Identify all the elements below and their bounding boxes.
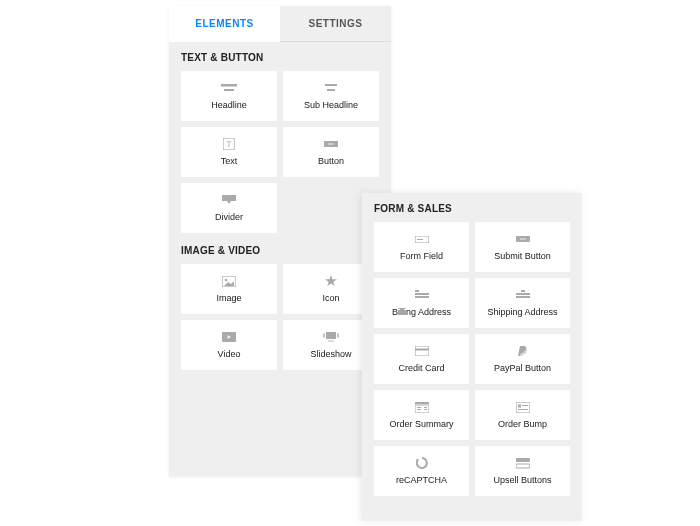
video-icon <box>222 331 236 343</box>
svg-rect-1 <box>224 89 234 91</box>
upsell-icon <box>516 457 530 469</box>
tile-video[interactable]: Video <box>181 320 277 370</box>
billing-address-icon <box>415 289 429 301</box>
order-bump-icon <box>516 401 530 413</box>
svg-rect-28 <box>415 296 429 298</box>
svg-rect-27 <box>415 293 429 295</box>
svg-rect-26 <box>415 290 419 292</box>
text-icon: T <box>223 138 235 150</box>
tile-upsell-buttons[interactable]: Upsell Buttons <box>475 446 570 496</box>
svg-marker-12 <box>224 281 234 286</box>
svg-rect-25 <box>520 239 526 240</box>
form-field-icon <box>415 233 429 245</box>
svg-rect-41 <box>518 404 521 407</box>
shipping-address-icon <box>516 289 530 301</box>
section-form-sales: FORM & SALES Form Field Submit Button Bi… <box>362 193 582 498</box>
tile-label: Billing Address <box>392 307 451 317</box>
svg-point-11 <box>225 278 228 281</box>
section-image-video: IMAGE & VIDEO Image Icon Video <box>169 235 391 372</box>
tabs: ELEMENTS SETTINGS <box>169 6 391 42</box>
section-title: TEXT & BUTTON <box>181 52 379 63</box>
tile-label: Sub Headline <box>304 100 358 110</box>
tile-submit-button[interactable]: Submit Button <box>475 222 570 272</box>
tile-credit-card[interactable]: Credit Card <box>374 334 469 384</box>
svg-rect-43 <box>518 409 528 410</box>
svg-text:T: T <box>227 140 232 149</box>
svg-rect-34 <box>415 402 429 404</box>
tile-form-field[interactable]: Form Field <box>374 222 469 272</box>
svg-rect-3 <box>327 89 335 91</box>
svg-rect-18 <box>337 334 339 338</box>
svg-point-19 <box>328 340 330 342</box>
paypal-icon <box>517 345 529 357</box>
divider-icon <box>222 194 236 206</box>
tile-label: reCAPTCHA <box>396 475 447 485</box>
svg-rect-42 <box>522 405 528 406</box>
tile-sub-headline[interactable]: Sub Headline <box>283 71 379 121</box>
svg-rect-39 <box>424 409 427 410</box>
section-title: FORM & SALES <box>374 203 570 214</box>
tab-settings[interactable]: SETTINGS <box>280 6 391 42</box>
tile-recaptcha[interactable]: reCAPTCHA <box>374 446 469 496</box>
tile-button[interactable]: Button <box>283 127 379 177</box>
tile-label: Divider <box>215 212 243 222</box>
subheadline-icon <box>323 82 339 94</box>
svg-rect-33 <box>415 349 429 351</box>
tile-label: Shipping Address <box>487 307 557 317</box>
svg-rect-32 <box>415 346 429 356</box>
slideshow-icon <box>323 331 339 343</box>
svg-rect-16 <box>326 332 336 339</box>
tile-label: Headline <box>211 100 247 110</box>
svg-marker-9 <box>227 201 231 204</box>
svg-point-21 <box>332 340 334 342</box>
svg-rect-2 <box>325 84 337 86</box>
svg-rect-8 <box>222 195 236 201</box>
tile-label: Video <box>218 349 241 359</box>
tile-label: PayPal Button <box>494 363 551 373</box>
star-icon <box>325 275 337 287</box>
tile-billing-address[interactable]: Billing Address <box>374 278 469 328</box>
tile-label: Button <box>318 156 344 166</box>
svg-rect-36 <box>417 407 421 408</box>
svg-rect-0 <box>221 84 237 87</box>
svg-rect-7 <box>328 144 334 145</box>
section-text-button: TEXT & BUTTON Headline Sub Headline T Te… <box>169 42 391 235</box>
tile-paypal-button[interactable]: PayPal Button <box>475 334 570 384</box>
tile-image[interactable]: Image <box>181 264 277 314</box>
headline-icon <box>221 82 237 94</box>
svg-rect-38 <box>424 407 427 408</box>
svg-rect-23 <box>417 239 423 240</box>
tile-text[interactable]: T Text <box>181 127 277 177</box>
tile-order-summary[interactable]: Order Summary <box>374 390 469 440</box>
tile-label: Icon <box>322 293 339 303</box>
tile-divider[interactable]: Divider <box>181 183 277 233</box>
tile-label: Text <box>221 156 238 166</box>
tile-label: Form Field <box>400 251 443 261</box>
order-summary-icon <box>415 401 429 413</box>
elements-panel: ELEMENTS SETTINGS TEXT & BUTTON Headline… <box>169 6 391 476</box>
svg-rect-29 <box>521 290 525 292</box>
recaptcha-icon <box>416 457 428 469</box>
svg-marker-13 <box>325 275 337 286</box>
submit-button-icon <box>516 233 530 245</box>
form-sales-panel: FORM & SALES Form Field Submit Button Bi… <box>362 193 582 521</box>
tile-label: Credit Card <box>398 363 444 373</box>
tile-label: Image <box>216 293 241 303</box>
svg-point-20 <box>330 340 332 342</box>
tile-label: Order Summary <box>389 419 453 429</box>
tile-label: Order Bump <box>498 419 547 429</box>
section-title: IMAGE & VIDEO <box>181 245 379 256</box>
tile-label: Submit Button <box>494 251 551 261</box>
tab-elements[interactable]: ELEMENTS <box>169 6 280 42</box>
tile-shipping-address[interactable]: Shipping Address <box>475 278 570 328</box>
image-icon <box>222 275 236 287</box>
credit-card-icon <box>415 345 429 357</box>
button-icon <box>324 138 338 150</box>
tile-label: Slideshow <box>310 349 351 359</box>
svg-rect-37 <box>417 409 421 410</box>
tile-headline[interactable]: Headline <box>181 71 277 121</box>
svg-rect-46 <box>516 464 530 468</box>
tile-order-bump[interactable]: Order Bump <box>475 390 570 440</box>
tile-label: Upsell Buttons <box>493 475 551 485</box>
svg-rect-30 <box>516 293 530 295</box>
